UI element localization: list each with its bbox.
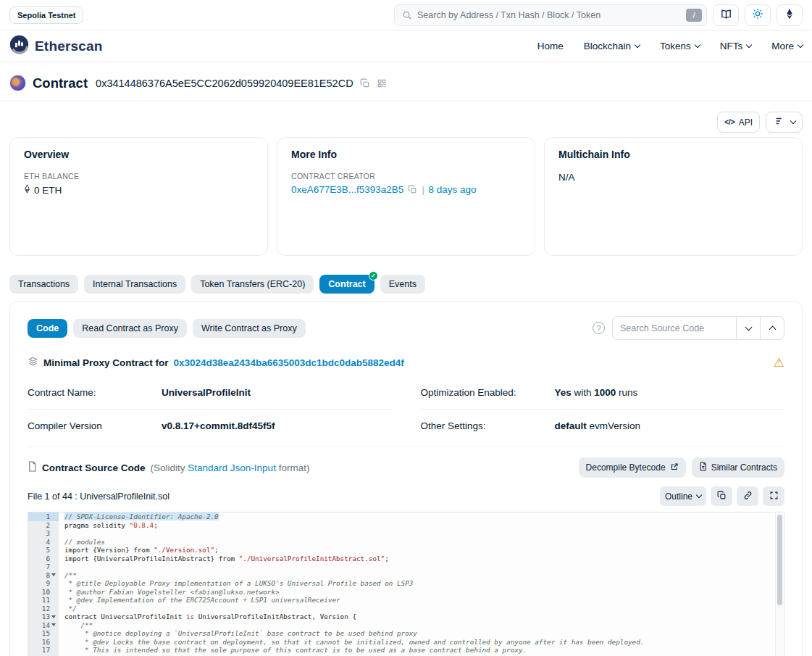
line-number[interactable]: 3 bbox=[28, 529, 59, 538]
scrollbar-thumb[interactable] bbox=[777, 515, 782, 605]
expand-button[interactable] bbox=[763, 486, 784, 506]
other-settings-label: Other Settings: bbox=[421, 420, 555, 431]
code-line: 4// modules bbox=[28, 538, 784, 547]
line-number[interactable]: 13 bbox=[28, 613, 59, 621]
card-title: Overview bbox=[24, 149, 254, 160]
network-switch-button[interactable] bbox=[777, 4, 803, 26]
chevron-down-icon bbox=[696, 492, 702, 498]
search-input[interactable] bbox=[417, 10, 681, 20]
proxy-notice-text: Minimal Proxy Contract for bbox=[43, 357, 169, 368]
qr-code-icon[interactable] bbox=[377, 78, 387, 88]
code-line: 15 * @notice deploying a `UniversalProfi… bbox=[28, 629, 784, 638]
code-line: 7 bbox=[28, 562, 784, 571]
line-number[interactable]: 7 bbox=[28, 562, 59, 571]
search-options-button[interactable] bbox=[737, 316, 761, 340]
search-shortcut-badge: / bbox=[686, 9, 702, 22]
sun-icon bbox=[752, 8, 763, 22]
file-indicator: File 1 of 44 : UniversalProfileInit.sol bbox=[28, 491, 169, 502]
contract-creator-label: CONTRACT CREATOR bbox=[291, 172, 521, 180]
search-icon bbox=[402, 10, 412, 20]
theme-toggle-button[interactable] bbox=[745, 4, 771, 26]
code-line: 3 bbox=[28, 529, 784, 538]
code-line: 13contract UniversalProfileInit is Unive… bbox=[28, 613, 784, 621]
eth-diamond-icon bbox=[24, 184, 30, 196]
decompile-bytecode-button[interactable]: Decompile Bytecode bbox=[579, 457, 686, 478]
warning-icon[interactable]: ⚠ bbox=[774, 357, 784, 369]
line-number[interactable]: 5 bbox=[28, 546, 59, 555]
code-line: 8/** bbox=[28, 571, 784, 580]
line-number[interactable]: 15 bbox=[28, 629, 59, 638]
copy-address-icon[interactable] bbox=[360, 78, 370, 88]
line-number[interactable]: 14 bbox=[28, 621, 59, 630]
other-settings-value: default evmVersion bbox=[555, 420, 641, 431]
creator-address-link[interactable]: 0xeA677E3B...f5393a2B5 bbox=[291, 184, 403, 195]
page-title: Contract bbox=[33, 75, 88, 91]
nav-item-blockchain[interactable]: Blockchain bbox=[584, 41, 640, 51]
nav-item-tokens[interactable]: Tokens bbox=[660, 41, 700, 51]
multichain-info-card: Multichain Info N/A bbox=[544, 137, 803, 256]
nav-item-home[interactable]: Home bbox=[537, 41, 564, 51]
display-options-button[interactable] bbox=[766, 112, 803, 133]
json-input-link[interactable]: Standard Json-Input bbox=[188, 462, 276, 473]
network-badge[interactable]: Sepolia Testnet bbox=[9, 7, 83, 24]
line-number[interactable]: 6 bbox=[28, 555, 59, 563]
nav-item-nfts[interactable]: NFTs bbox=[720, 41, 752, 51]
document-icon bbox=[699, 462, 707, 473]
line-number[interactable]: 12 bbox=[28, 605, 59, 613]
permalink-button[interactable] bbox=[737, 486, 758, 506]
subtab-read-contract-as-proxy[interactable]: Read Contract as Proxy bbox=[73, 319, 187, 338]
tab-contract[interactable]: Contract✓ bbox=[319, 275, 374, 294]
tab-bar: TransactionsInternal TransactionsToken T… bbox=[9, 275, 803, 294]
search-box[interactable]: / bbox=[394, 4, 707, 26]
proxy-target-link[interactable]: 0x3024d38ea2434ba6635003dc1bdc0dab5882ed… bbox=[174, 357, 404, 368]
line-number[interactable]: 17 bbox=[28, 646, 59, 655]
nav-item-label: More bbox=[771, 41, 794, 51]
subtab-code[interactable]: Code bbox=[28, 319, 67, 338]
line-number[interactable]: 4 bbox=[28, 538, 59, 547]
outline-button[interactable]: Outline bbox=[660, 486, 706, 506]
line-number[interactable]: 9 bbox=[28, 579, 59, 588]
contract-subtabs: CodeRead Contract as ProxyWrite Contract… bbox=[28, 319, 306, 338]
similar-contracts-button[interactable]: Similar Contracts bbox=[692, 457, 784, 478]
api-button[interactable]: </> API bbox=[717, 112, 760, 133]
fold-arrow-icon[interactable] bbox=[51, 623, 56, 626]
docs-button[interactable] bbox=[713, 4, 739, 26]
line-number[interactable]: 16 bbox=[28, 638, 59, 647]
editor-scrollbar[interactable] bbox=[775, 513, 783, 656]
tab-token-transfers-erc-20[interactable]: Token Transfers (ERC-20) bbox=[191, 275, 314, 294]
nav-item-label: Tokens bbox=[660, 41, 691, 51]
chevron-down-icon bbox=[745, 323, 752, 331]
tab-transactions[interactable]: Transactions bbox=[9, 275, 78, 294]
copy-source-button[interactable] bbox=[711, 486, 732, 506]
source-code-header: Contract Source Code (Solidity Standard … bbox=[28, 461, 309, 474]
line-number[interactable]: 1 bbox=[28, 512, 59, 521]
source-code-editor[interactable]: 1// SPDX-License-Identifier: Apache-2.02… bbox=[28, 512, 784, 656]
line-number[interactable]: 11 bbox=[28, 596, 59, 605]
nav-item-more[interactable]: More bbox=[771, 41, 803, 51]
fold-arrow-icon[interactable] bbox=[51, 615, 56, 618]
etherscan-logo[interactable]: Etherscan bbox=[9, 35, 103, 57]
hero-divider bbox=[0, 101, 812, 101]
tab-events[interactable]: Events bbox=[380, 275, 425, 294]
card-title: More Info bbox=[291, 149, 521, 160]
copy-creator-icon[interactable] bbox=[408, 185, 417, 194]
line-number[interactable]: 10 bbox=[28, 588, 59, 597]
code-line: 11 * @dev Implementation of the ERC725Ac… bbox=[28, 596, 784, 605]
link-icon bbox=[743, 491, 753, 502]
fold-arrow-icon[interactable] bbox=[51, 573, 56, 576]
subtab-write-contract-as-proxy[interactable]: Write Contract as Proxy bbox=[193, 319, 306, 338]
collapse-button[interactable] bbox=[761, 316, 784, 340]
nav-item-label: Blockchain bbox=[584, 41, 631, 51]
source-code-title: Contract Source Code bbox=[42, 462, 146, 473]
code-line: 5import {Version} from "./Version.sol"; bbox=[28, 546, 784, 555]
source-search-input[interactable] bbox=[612, 316, 737, 340]
line-number[interactable]: 8 bbox=[28, 571, 59, 580]
help-icon[interactable]: ? bbox=[593, 322, 605, 334]
code-line: 6import {UniversalProfileInitAbstract} f… bbox=[28, 555, 784, 563]
line-number[interactable]: 2 bbox=[28, 521, 59, 530]
expand-icon bbox=[769, 491, 779, 502]
creation-txn-link[interactable]: 8 days ago bbox=[429, 184, 477, 195]
verified-badge-icon: ✓ bbox=[369, 271, 378, 281]
tab-internal-transactions[interactable]: Internal Transactions bbox=[84, 275, 185, 294]
compiler-value: v0.8.17+commit.8df45f5f bbox=[162, 420, 275, 431]
